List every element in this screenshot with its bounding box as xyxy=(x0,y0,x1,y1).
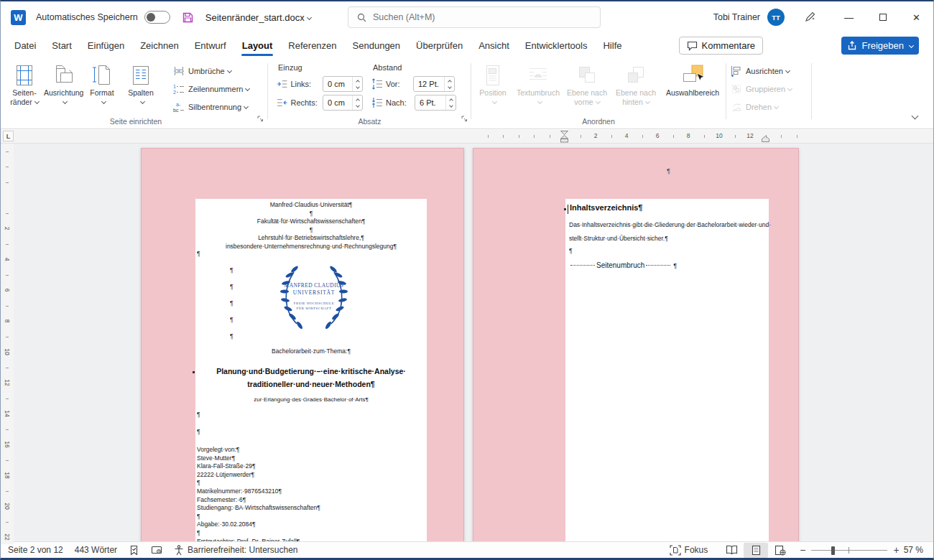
ruler-tick xyxy=(6,182,9,183)
format-button[interactable]: Format xyxy=(83,60,121,107)
ruler-tick xyxy=(781,135,782,138)
text-line: ¶ xyxy=(230,262,234,279)
degree-line: zur·Erlangung·des·Grades·Bachelor·of·Art… xyxy=(195,396,427,403)
word-app-icon[interactable]: W xyxy=(11,10,26,25)
ribbon-tabs-row: DateiStartEinfügenZeichnenEntwurfLayoutR… xyxy=(1,33,933,57)
tab-start[interactable]: Start xyxy=(44,33,79,57)
tab-ansicht[interactable]: Ansicht xyxy=(471,33,517,57)
page-indicator[interactable]: Seite 2 von 12 xyxy=(8,545,63,555)
zoom-out-button[interactable]: − xyxy=(800,544,805,556)
chevron-down-icon xyxy=(491,99,496,104)
close-button[interactable]: ✕ xyxy=(900,1,933,33)
header-pilcrow: ¶ xyxy=(667,167,670,174)
indent-right-icon xyxy=(277,97,287,108)
space-after-icon xyxy=(371,97,383,108)
chevron-down-icon xyxy=(244,104,249,109)
page2-text-area[interactable]: Inhaltsverzeichnis¶ Das·Inhaltsverzeichn… xyxy=(565,199,769,541)
tab-überprüfen[interactable]: Überprüfen xyxy=(408,33,471,57)
tab-einfügen[interactable]: Einfügen xyxy=(80,33,132,57)
text-line: Studiengang:·BA·Wirtschaftswissenschafte… xyxy=(197,504,320,513)
horizontal-ruler[interactable]: L 24681012 xyxy=(1,130,933,144)
hyphenation-icon: a-bc xyxy=(173,101,185,113)
rotate-icon xyxy=(731,101,742,113)
document-title[interactable]: Seitenränder_start.docx xyxy=(205,12,311,23)
einzug-links-input[interactable]: 0 cm xyxy=(323,76,363,92)
einzug-label: Einzug xyxy=(278,63,363,72)
spinner-buttons[interactable] xyxy=(352,95,362,110)
page-size-icon xyxy=(83,62,121,88)
page-break-dots xyxy=(570,265,595,266)
first-line-indent-marker[interactable] xyxy=(560,131,568,143)
einzug-rechts-input[interactable]: 0 cm xyxy=(323,95,363,111)
ruler-tick xyxy=(519,135,519,138)
chevron-down-icon xyxy=(62,99,67,104)
collapse-ribbon-chevron[interactable] xyxy=(910,110,917,123)
share-button[interactable]: Freigeben xyxy=(841,37,919,55)
tab-referenzen[interactable]: Referenzen xyxy=(280,33,344,57)
text-line: ¶ xyxy=(197,513,320,521)
minimize-button[interactable]: — xyxy=(832,1,866,33)
tab-entwurf[interactable]: Entwurf xyxy=(187,33,234,57)
zoom-thumb[interactable] xyxy=(831,546,835,555)
auswahlbereich-button[interactable]: Auswahlbereich xyxy=(660,60,725,107)
text-line: Klara-Fall-Straße·29¶ xyxy=(197,462,320,471)
seitenraender-button[interactable]: Seiten- ränder xyxy=(5,60,44,107)
abstand-vor-input[interactable]: 12 Pt. xyxy=(413,76,455,92)
ruler-number: 8 xyxy=(4,317,11,325)
read-mode-button[interactable] xyxy=(719,543,744,558)
page-break-marker: Seitenumbruch ¶ xyxy=(569,261,677,269)
ruler-tick xyxy=(534,135,535,138)
ruler-number: 10 xyxy=(715,132,723,139)
zoom-slider[interactable] xyxy=(811,543,887,558)
tab-datei[interactable]: Datei xyxy=(6,33,44,57)
document-page-1[interactable]: Manfred·Claudius·Universität¶¶Fakultät·f… xyxy=(141,148,464,541)
comments-button[interactable]: Kommentare xyxy=(679,37,763,55)
chevron-down-icon xyxy=(645,99,650,104)
tab-hilfe[interactable]: Hilfe xyxy=(595,33,629,57)
proofing-icon[interactable] xyxy=(129,545,139,556)
zoom-in-button[interactable]: + xyxy=(893,544,899,556)
silbentrennung-button[interactable]: a-bc Silbentrennung xyxy=(173,98,249,116)
spinner-buttons[interactable] xyxy=(445,95,456,110)
tab-layout[interactable]: Layout xyxy=(234,33,281,57)
dialog-launcher-icon[interactable] xyxy=(257,112,264,125)
tab-selector[interactable]: L xyxy=(3,131,14,141)
chevron-down-icon[interactable] xyxy=(909,43,914,48)
text-line: ¶ xyxy=(195,210,427,218)
umbrueche-button[interactable]: Umbrüche xyxy=(173,62,249,80)
spinner-buttons[interactable] xyxy=(444,77,454,91)
toc-body-text: Das·Inhaltsverzeichnis·gibt·die·Gliederu… xyxy=(569,218,764,246)
word-count[interactable]: 443 Wörter xyxy=(75,545,117,555)
web-layout-button[interactable] xyxy=(768,543,792,558)
document-canvas[interactable]: Manfred·Claudius·Universität¶¶Fakultät·f… xyxy=(1,144,933,541)
chevron-down-icon xyxy=(101,99,106,104)
text-wrap-icon xyxy=(514,62,563,88)
autosave-toggle[interactable] xyxy=(144,11,170,24)
search-input[interactable]: Suchen (Alt+M) xyxy=(348,6,601,28)
vertical-ruler[interactable]: 246810121416182022 xyxy=(1,144,14,544)
text-line: ¶ xyxy=(230,312,234,328)
tab-entwicklertools[interactable]: Entwicklertools xyxy=(517,33,596,57)
avatar[interactable]: TT xyxy=(767,9,785,26)
zoom-level[interactable]: 57 % xyxy=(904,545,923,555)
ausrichten-button[interactable]: Ausrichten xyxy=(731,62,811,80)
focus-button[interactable]: Fokus xyxy=(670,545,708,556)
document-page-2[interactable]: ¶ Inhaltsverzeichnis¶ Das·Inhaltsverzeic… xyxy=(473,148,799,541)
tab-sendungen[interactable]: Sendungen xyxy=(345,33,409,57)
save-icon[interactable] xyxy=(182,11,194,24)
spalten-button[interactable]: Spalten xyxy=(121,60,160,107)
ausrichtung-button[interactable]: Ausrichtung xyxy=(44,60,83,107)
pen-sparkle-icon[interactable] xyxy=(803,11,816,24)
drehen-button: Drehen xyxy=(731,98,811,116)
print-layout-button[interactable] xyxy=(744,543,768,558)
zeilennummern-button[interactable]: 12 Zeilennummern xyxy=(173,80,249,98)
page1-text-area[interactable]: Manfred·Claudius·Universität¶¶Fakultät·f… xyxy=(195,199,427,541)
textumbruch-button: Textumbruch xyxy=(514,60,563,107)
dialog-launcher-icon[interactable] xyxy=(461,112,468,125)
maximize-button[interactable] xyxy=(866,1,900,33)
abstand-nach-input[interactable]: 6 Pt. xyxy=(415,95,456,111)
spinner-buttons[interactable] xyxy=(352,77,362,91)
tab-zeichnen[interactable]: Zeichnen xyxy=(132,33,186,57)
accessibility-status[interactable]: Barrierefreiheit: Untersuchen xyxy=(174,545,297,556)
recording-icon[interactable] xyxy=(151,545,162,555)
